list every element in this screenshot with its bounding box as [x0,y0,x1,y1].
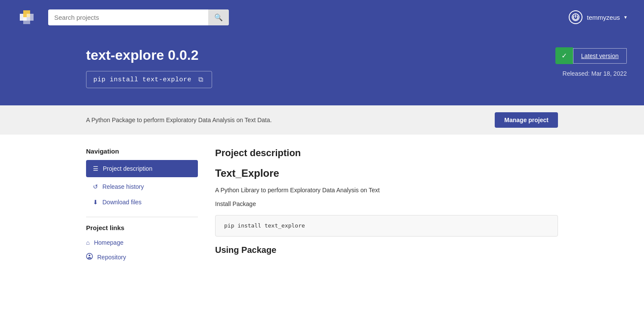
using-package-heading: Using Package [215,245,558,255]
pip-command-box: pip install text-explore ⧉ [86,71,212,88]
release-date: Released: Mar 18, 2022 [563,70,627,77]
install-label: Install Package [215,199,558,209]
install-command-block: pip install text_explore [215,215,558,237]
sidebar-item-release-history-label: Release history [102,183,144,190]
main-content: Navigation ☰ Project description ↺ Relea… [0,135,644,277]
navigation-heading: Navigation [86,148,198,155]
hero-section: text-explore 0.0.2 pip install text-expl… [0,34,644,105]
sidebar-item-download-files[interactable]: ⬇ Download files [86,194,198,210]
pip-command-text: pip install text-explore [93,76,191,83]
sidebar-divider [86,217,198,217]
user-area: temmyzeus ▾ [569,10,627,24]
username-label[interactable]: temmyzeus [587,14,620,21]
hero-right: ✓ Latest version Released: Mar 18, 2022 [555,47,627,77]
package-short-description: A Python Package to perform Exploratory … [86,117,272,123]
sidebar-item-download-files-label: Download files [102,199,142,206]
download-icon: ⬇ [93,199,98,206]
user-dropdown-arrow[interactable]: ▾ [624,14,627,20]
logo[interactable] [17,6,40,28]
repo-icon [86,253,93,261]
package-description-line1: A Python Library to perform Exploratory … [215,185,558,195]
svg-rect-3 [23,17,30,24]
list-icon: ☰ [93,165,99,172]
history-icon: ↺ [93,183,98,190]
project-description-heading: Project description [215,148,558,159]
copy-icon: ⧉ [198,76,203,83]
page-header: 🔍 temmyzeus ▾ [0,0,644,34]
svg-point-6 [89,255,90,256]
project-links-heading: Project links [86,224,198,231]
manage-project-button[interactable]: Manage project [495,112,558,128]
project-link-repository[interactable]: Repository [86,249,198,265]
sidebar-item-release-history[interactable]: ↺ Release history [86,179,198,194]
package-title: text-explore 0.0.2 [86,47,212,63]
latest-version-badge: ✓ Latest version [555,47,627,64]
search-button[interactable]: 🔍 [208,9,229,25]
sidebar: Navigation ☰ Project description ↺ Relea… [86,148,198,265]
content-area: Project description Text_Explore A Pytho… [215,148,558,265]
user-avatar-icon [569,10,582,24]
sidebar-item-project-description[interactable]: ☰ Project description [86,160,198,177]
sidebar-item-project-description-label: Project description [103,165,152,172]
check-icon-box: ✓ [555,47,573,64]
copy-command-button[interactable]: ⧉ [197,76,205,83]
home-icon: ⌂ [86,239,89,246]
project-link-homepage[interactable]: ⌂ Homepage [86,236,198,249]
install-command-text: pip install text_explore [224,222,305,229]
sub-header: A Python Package to perform Exploratory … [0,105,644,135]
search-input[interactable] [48,10,208,25]
project-link-repository-label: Repository [97,254,126,261]
text-explore-subheading: Text_Explore [215,167,558,179]
search-bar: 🔍 [48,9,229,25]
project-link-homepage-label: Homepage [94,239,123,246]
latest-version-label[interactable]: Latest version [573,48,627,64]
hero-left: text-explore 0.0.2 pip install text-expl… [86,47,212,88]
search-icon: 🔍 [214,14,223,21]
